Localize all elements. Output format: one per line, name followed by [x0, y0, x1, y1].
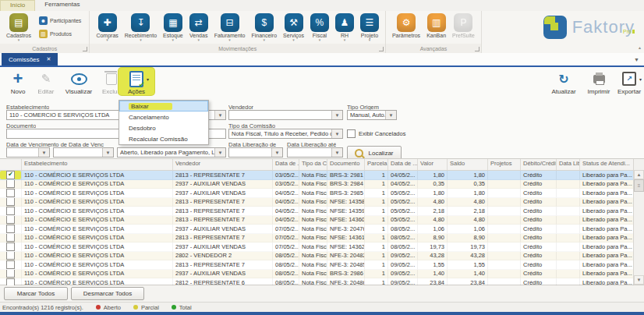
desmarcar-todos-button[interactable]: Desmarcar Todos [71, 287, 144, 300]
dialog-launcher-icon[interactable] [379, 47, 384, 51]
acoes-button[interactable]: ✔▾Ações [119, 68, 154, 95]
column-header-status-de-atendi-[interactable]: Status de Atendi... [580, 159, 634, 170]
tab-list-caret-icon[interactable]: ▼ [634, 57, 639, 62]
menu-item-cancelamento[interactable]: Cancelamento [119, 111, 208, 122]
column-header-data-lib-[interactable]: Data Lib... [557, 159, 580, 170]
visualizar-button[interactable]: Visualizar [61, 68, 97, 95]
row-checkbox-icon[interactable] [6, 198, 15, 207]
vendedor-select[interactable]: ▼ [228, 110, 343, 120]
exibir-cancelados-checkbox[interactable]: Exibir Cancelados [347, 129, 405, 138]
data-vencimento-ate-select[interactable]: ▼ [53, 147, 114, 158]
chevron-down-icon[interactable]: ▼ [102, 148, 113, 157]
ribbon-button-estoque[interactable]: ▦Estoque▾ [160, 13, 186, 41]
scrollbar-thumb[interactable]: ≡ [634, 179, 644, 192]
ribbon-button-recebimento[interactable]: ↧Recebimento▾ [122, 13, 160, 41]
menu-item-desdobro[interactable]: Desdobro [119, 122, 208, 133]
checkbox-cell[interactable] [0, 198, 22, 207]
ribbon-button-faturamento[interactable]: ⊟Faturamento▾ [211, 13, 249, 41]
atualizar-button[interactable]: ↻Atualizar [546, 68, 582, 95]
row-checkbox-icon[interactable] [6, 225, 15, 233]
ribbon-button-participantes[interactable]: ☻Participantes [39, 16, 81, 25]
table-row[interactable]: 110 - COMÉRCIO E SERVIÇOS LTDA2937 - AUX… [0, 225, 634, 234]
checkbox-cell[interactable] [0, 242, 22, 252]
ribbon-button-compras[interactable]: ✚Compras▾ [93, 13, 121, 41]
menu-tab-inicio[interactable]: Início [0, 0, 35, 11]
tab-comissoes[interactable]: Comissões ✕ [2, 53, 58, 65]
chevron-down-icon[interactable]: ▼ [385, 111, 396, 119]
table-row[interactable]: 110 - COMÉRCIO E SERVIÇOS LTDA2802 - VEN… [0, 252, 634, 261]
ribbon-button-kanban[interactable]: ▥KanBan [423, 13, 449, 38]
chevron-down-icon[interactable]: ▼ [331, 129, 342, 138]
tipo-origem-select[interactable]: Manual, Auto...▼ [347, 110, 397, 120]
ribbon-button-cadastros[interactable]: ▤Cadastros▾ [3, 13, 34, 41]
row-checkbox-icon[interactable] [6, 234, 15, 242]
imprimir-button[interactable]: Imprimir [583, 68, 614, 95]
data-liberacao-ate-select[interactable]: ▼ [287, 147, 343, 158]
novo-button[interactable]: +Novo [5, 68, 31, 95]
row-checkbox-icon[interactable] [6, 180, 15, 189]
column-header-saldo[interactable]: Saldo [448, 159, 488, 170]
column-header-documento[interactable]: Documento [327, 159, 365, 170]
column-header-tipo-da-com-[interactable]: Tipo da Com... [299, 159, 327, 170]
chevron-down-icon[interactable]: ▼ [331, 148, 342, 157]
dialog-launcher-icon[interactable] [83, 47, 87, 51]
ribbon-button-parametros[interactable]: ⚙Parâmetros [389, 13, 423, 38]
data-vencimento-de-select[interactable]: ▼ [6, 147, 50, 158]
row-checkbox-icon[interactable] [6, 270, 15, 278]
row-checkbox-icon[interactable] [6, 207, 15, 215]
table-row[interactable]: 110 - COMÉRCIO E SERVIÇOS LTDA2813 - REP… [0, 198, 634, 207]
menu-item-recalcular-comissao[interactable]: Recalcular Comissão [119, 133, 208, 144]
column-header-projetos[interactable]: Projetos [488, 159, 521, 170]
exportar-button[interactable]: ↗▾Exportar [616, 68, 642, 95]
checkbox-cell[interactable] [0, 225, 22, 234]
ribbon-button-produtos[interactable]: ▥Produtos [39, 30, 81, 38]
row-checkbox-icon[interactable] [6, 260, 15, 269]
table-row[interactable]: 110 - COMÉRCIO E SERVIÇOS LTDA2813 - REP… [0, 260, 634, 270]
menu-item-baixar[interactable]: Baixar [119, 101, 208, 111]
column-header-data-de-[interactable]: Data de ... [388, 159, 418, 170]
chevron-down-icon[interactable]: ▼ [214, 148, 225, 157]
dialog-launcher-icon[interactable] [475, 47, 479, 51]
ribbon-collapse-icon[interactable]: ▴ [639, 44, 641, 50]
row-checkbox-icon[interactable] [6, 216, 15, 225]
vertical-scrollbar[interactable]: ▲ ≡ ▼ [633, 159, 644, 285]
scroll-up-icon[interactable]: ▲ [634, 170, 644, 179]
table-row[interactable]: ✔110 - COMÉRCIO E SERVIÇOS LTDA2813 - RE… [0, 171, 634, 180]
row-checkbox-icon[interactable] [6, 189, 15, 197]
data-liberacao-de-select[interactable]: ▼ [228, 147, 283, 158]
column-header-valor[interactable]: Valor [418, 159, 448, 170]
table-row[interactable]: 110 - COMÉRCIO E SERVIÇOS LTDA2813 - REP… [0, 216, 634, 225]
table-row[interactable]: 110 - COMÉRCIO E SERVIÇOS LTDA2937 - AUX… [0, 270, 634, 279]
ribbon-button-financeiro[interactable]: $Financeiro▾ [248, 13, 280, 41]
tab-close-icon[interactable]: ✕ [47, 56, 51, 62]
checkbox-cell[interactable] [0, 216, 22, 225]
chevron-down-icon[interactable]: ▼ [271, 148, 282, 157]
column-header-parcela-n-[interactable]: Parcela Nº [365, 159, 388, 170]
table-row[interactable]: 110 - COMÉRCIO E SERVIÇOS LTDA2937 - AUX… [0, 180, 634, 189]
checkbox-cell[interactable] [0, 234, 22, 243]
ribbon-button-projeto[interactable]: ☰Projeto▾ [357, 13, 382, 41]
column-header-estabelecimento[interactable]: Estabelecimento [22, 159, 173, 170]
ribbon-button-rh[interactable]: ♟RH▾ [332, 13, 357, 41]
table-row[interactable]: 110 - COMÉRCIO E SERVIÇOS LTDA2937 - AUX… [0, 242, 634, 252]
scroll-down-icon[interactable]: ▼ [634, 275, 644, 285]
column-header-vendedor[interactable]: Vendedor [173, 159, 273, 170]
ribbon-button-servicos[interactable]: ⚒Serviços▾ [280, 13, 307, 41]
row-checkbox-icon[interactable] [6, 252, 15, 260]
checkbox-cell[interactable] [0, 189, 22, 198]
ribbon-button-fiscal[interactable]: %Fiscal▾ [307, 13, 332, 41]
menu-tab-ferramentas[interactable]: Ferramentas [35, 0, 89, 11]
row-checkbox-icon[interactable]: ✔ [6, 171, 15, 179]
table-row[interactable]: 110 - COMÉRCIO E SERVIÇOS LTDA2813 - REP… [0, 207, 634, 216]
tipo-comissao-select[interactable]: Nota Fiscal, Título a Receber, Pedido de… [228, 129, 343, 139]
checkbox-cell[interactable] [0, 252, 22, 261]
table-row[interactable]: 110 - COMÉRCIO E SERVIÇOS LTDA2937 - AUX… [0, 189, 634, 198]
column-header-checkbox[interactable] [0, 159, 22, 170]
chevron-down-icon[interactable]: ▼ [38, 148, 49, 157]
chevron-down-icon[interactable]: ▼ [331, 111, 342, 119]
table-row[interactable]: 110 - COMÉRCIO E SERVIÇOS LTDA2813 - REP… [0, 234, 634, 243]
checkbox-cell[interactable]: ✔ [0, 171, 22, 180]
status-select[interactable]: Aberto, Liberado para Pagamento, Li...▼ [117, 147, 226, 158]
marcar-todos-button[interactable]: Marcar Todos [4, 287, 68, 300]
checkbox-cell[interactable] [0, 180, 22, 189]
